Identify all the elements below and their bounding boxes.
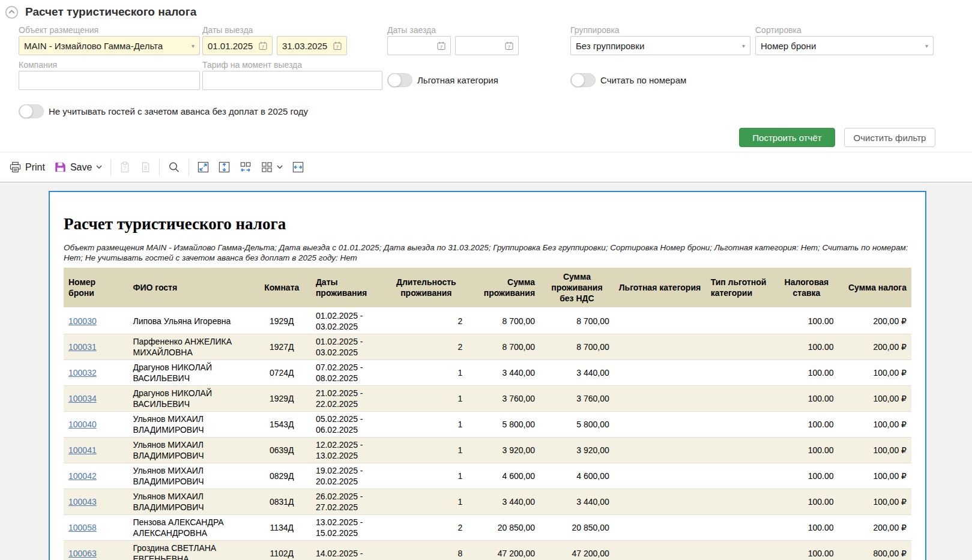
grouping-select[interactable]: Без группировки ▾	[570, 36, 750, 55]
table-cell	[706, 463, 775, 489]
build-report-button[interactable]: Построить отчёт	[739, 128, 835, 147]
svg-text:7: 7	[440, 44, 443, 50]
booking-link[interactable]: 100043	[68, 497, 97, 507]
table-cell: 1	[383, 412, 470, 438]
table-cell	[614, 515, 706, 541]
departure-date-from-input[interactable]: 01.01.2025 7	[202, 36, 273, 55]
table-cell: 4 600,00	[469, 463, 540, 489]
column-header: Номер брони	[64, 268, 128, 308]
table-cell	[614, 334, 706, 360]
table-row: 100042Ульянов МИХАИЛ ВЛАДИМИРОВИЧ0829Д19…	[64, 463, 911, 489]
report-toolbar: Print Save ?	[0, 152, 972, 182]
print-button-label: Print	[25, 162, 45, 173]
table-cell: 100.00	[774, 412, 838, 438]
table-cell: 3 920,00	[469, 438, 540, 463]
column-header: Налоговая ставка	[774, 268, 838, 308]
table-cell: 3 440,00	[469, 360, 540, 386]
table-cell: 1	[383, 438, 470, 463]
table-cell: 13.02.2025 - 15.02.2025	[311, 515, 383, 541]
table-cell: 100.00	[774, 463, 838, 489]
booking-link[interactable]: 100058	[68, 523, 97, 532]
table-cell: 20 850,00	[540, 515, 614, 541]
table-cell: 0639Д	[253, 438, 311, 463]
booking-link[interactable]: 100031	[68, 342, 97, 352]
grouping-select-value: Без группировки	[576, 41, 738, 51]
table-cell: 47 200,00	[540, 541, 614, 560]
tariff-label: Тариф на момент выезда	[202, 60, 302, 70]
count-by-rooms-toggle[interactable]	[570, 73, 596, 87]
booking-link[interactable]: 100040	[68, 420, 97, 429]
table-cell: 21.02.2025 - 22.02.2025	[311, 386, 383, 412]
table-cell: Ульянов МИХАИЛ ВЛАДИМИРОВИЧ	[128, 412, 252, 438]
copy-page-button-disabled[interactable]	[135, 158, 155, 176]
benefit-category-toggle[interactable]	[387, 73, 412, 87]
printer-icon	[10, 161, 21, 173]
fit-page-width-button[interactable]	[288, 158, 309, 176]
multipage-view-button[interactable]	[235, 158, 256, 176]
booking-link[interactable]: 100032	[68, 368, 97, 378]
exclude-advance-toggle-row: Не учитывать гостей с зачетом аванса без…	[19, 104, 308, 118]
booking-link[interactable]: 100034	[68, 394, 97, 403]
table-cell: Липова Ульяна Игоревна	[128, 308, 252, 334]
filter-panel: Расчет туристического налога Объект разм…	[0, 0, 972, 151]
company-input[interactable]	[19, 71, 200, 90]
benefit-category-toggle-row: Льготная категория	[387, 73, 498, 87]
print-button[interactable]: Print	[5, 158, 50, 176]
table-cell: Драгунов НИКОЛАЙ ВАСИЛЬЕВИЧ	[128, 386, 252, 412]
table-cell: 8 700,00	[540, 308, 614, 334]
report-table-header-row: Номер брониФИО гостяКомнатаДаты проживан…	[64, 268, 911, 308]
table-cell: 0724Д	[253, 360, 311, 386]
toolbar-separator	[159, 159, 160, 176]
fit-width-icon	[292, 161, 304, 173]
table-cell: 26.02.2025 - 27.02.2025	[311, 489, 383, 515]
report-title: Расчет туристического налога	[64, 215, 286, 233]
table-cell	[706, 438, 775, 463]
fit-height-icon	[219, 161, 230, 173]
page-layout-button[interactable]	[256, 158, 288, 176]
count-by-rooms-toggle-row: Считать по номерам	[570, 73, 686, 87]
circle-arrow-up-icon	[5, 5, 19, 19]
column-header: Сумма проживания без НДС	[540, 268, 614, 308]
toggle-knob	[19, 104, 33, 118]
property-select[interactable]: MAIN - Измайлово Гамма-Дельта ▾	[19, 36, 200, 55]
table-cell	[706, 386, 775, 412]
table-cell: 01.02.2025 - 03.02.2025	[311, 308, 383, 334]
search-icon	[168, 161, 180, 173]
save-floppy-icon	[55, 161, 66, 173]
chevron-down-icon: ▾	[742, 43, 745, 49]
zoom-whole-page-button[interactable]	[193, 158, 214, 176]
table-cell: 800,00 ₽	[839, 541, 911, 560]
booking-link[interactable]: 100063	[68, 549, 97, 558]
arrival-date-to-input[interactable]: 7	[455, 36, 519, 55]
report-viewer-area: Расчет туристического налога Объект разм…	[0, 183, 972, 560]
booking-link[interactable]: 100030	[68, 316, 97, 326]
table-cell: Гроздина СВЕТЛАНА ЕВГЕНЬЕВНА	[128, 541, 252, 560]
table-cell	[614, 463, 706, 489]
table-cell: 3 760,00	[540, 386, 614, 412]
exclude-advance-toggle[interactable]	[19, 104, 44, 118]
tariff-input[interactable]	[202, 71, 382, 90]
report-page[interactable]: Расчет туристического налога Объект разм…	[49, 191, 926, 560]
booking-link[interactable]: 100041	[68, 445, 97, 455]
collapse-panel-button[interactable]	[5, 5, 19, 19]
save-button[interactable]: Save	[50, 158, 107, 176]
count-by-rooms-toggle-label: Считать по номерам	[600, 75, 686, 85]
table-cell: 5 800,00	[469, 412, 540, 438]
document-copy-icon	[140, 161, 151, 173]
table-row: 100034Драгунов НИКОЛАЙ ВАСИЛЬЕВИЧ1929Д21…	[64, 386, 911, 412]
fit-page-height-button[interactable]	[214, 158, 235, 176]
sorting-select-value: Номер брони	[761, 41, 922, 51]
table-cell: 01.02.2025 - 03.02.2025	[311, 334, 383, 360]
clear-filter-button[interactable]: Очистить фильтр	[844, 128, 935, 147]
sorting-select[interactable]: Номер брони ▾	[755, 36, 934, 55]
paste-button-disabled[interactable]: ?	[115, 158, 135, 176]
search-button[interactable]	[163, 158, 185, 176]
table-cell: 0829Д	[253, 463, 311, 489]
column-header: Тип льготной категории	[706, 268, 775, 308]
booking-link[interactable]: 100042	[68, 471, 97, 481]
table-cell: 1929Д	[253, 308, 311, 334]
table-cell: 1929Д	[253, 386, 311, 412]
departure-date-to-input[interactable]: 31.03.2025 7	[277, 36, 347, 55]
arrival-date-from-input[interactable]: 7	[387, 36, 451, 55]
table-row: 100063Гроздина СВЕТЛАНА ЕВГЕНЬЕВНА1102Д1…	[64, 541, 911, 560]
